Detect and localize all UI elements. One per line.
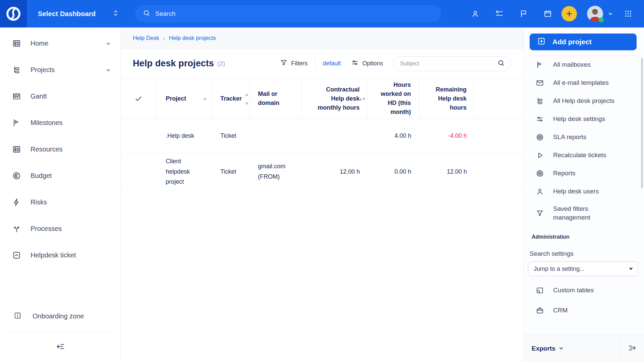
help-desk-side-panel: Add project All mailboxesAll e-mail temp… — [523, 27, 644, 362]
add-project-button[interactable]: Add project — [530, 34, 637, 50]
panel-item-all-help-desk-projects[interactable]: All Help desk projects — [524, 92, 644, 110]
panel-item-saved-filters-management[interactable]: Saved filters management — [524, 200, 644, 226]
apps-grid-icon — [624, 9, 633, 18]
checklist-icon — [495, 9, 504, 18]
options-button[interactable]: Options — [351, 59, 383, 68]
panel-item-reports[interactable]: Reports — [524, 164, 644, 182]
column-header-worked[interactable]: Hours worked on HD (this month) — [368, 78, 419, 119]
panel-item-all-e-mail-templates[interactable]: All e-mail templates — [524, 74, 644, 92]
subject-search-input[interactable] — [400, 60, 497, 67]
breadcrumb-link-help-desk-projects[interactable]: Help desk projects — [169, 35, 216, 42]
breadcrumb-separator: › — [163, 35, 165, 41]
panel-scrollbar[interactable] — [641, 58, 643, 188]
cell-project[interactable]: .Help desk — [156, 119, 212, 153]
panel-item-recalculate-tickets[interactable]: Recalculate tickets — [524, 146, 644, 164]
sidebar-item-processes[interactable]: Processes — [0, 216, 120, 242]
chevron-down-icon — [558, 345, 564, 351]
panel-item-sla-reports[interactable]: SLA reports — [524, 128, 644, 146]
cell-select[interactable] — [121, 153, 156, 190]
sidebar-item-home[interactable]: Home — [0, 30, 120, 57]
gantt-icon — [12, 92, 21, 101]
app-logo[interactable] — [0, 0, 27, 27]
budget-icon — [12, 171, 21, 180]
panel-item-help-desk-settings[interactable]: Help desk settings — [524, 110, 644, 128]
column-header-tracker[interactable]: Tracker — [212, 78, 250, 119]
panel-item-custom-tables[interactable]: Custom tables — [524, 280, 644, 300]
custom-tables-icon — [536, 286, 544, 295]
search-icon — [143, 9, 151, 18]
column-header-select[interactable] — [121, 78, 156, 119]
sidebar-item-gantt[interactable]: Gantt — [0, 83, 120, 110]
table-header-row: ProjectTrackerMail or domainContractual … — [121, 78, 523, 119]
projects-table: ProjectTrackerMail or domainContractual … — [121, 78, 523, 190]
options-label: Options — [362, 60, 383, 67]
target-icon — [536, 169, 544, 178]
projects-icon — [536, 97, 544, 105]
calendar-icon — [543, 9, 552, 18]
panel-item-crm[interactable]: CRM — [524, 300, 644, 320]
sidebar-item-label: Processes — [31, 225, 62, 233]
subject-search-field[interactable] — [393, 56, 511, 71]
search-settings-label: Search settings — [524, 240, 644, 257]
checklist-icon[interactable] — [495, 9, 504, 18]
column-header-contractual[interactable]: Contractual Help desk monthly hours — [302, 78, 368, 119]
breadcrumb-link-help-desk[interactable]: Help Desk — [133, 35, 159, 42]
panel-collapse-button[interactable] — [620, 335, 644, 362]
panel-item-label: All mailboxes — [553, 60, 591, 69]
filters-button[interactable]: Filters — [280, 59, 308, 68]
table-row[interactable]: Client helpdesk projectTicketgmail.com (… — [121, 153, 523, 190]
logo-icon — [5, 5, 22, 22]
avatar-chevron-down-icon[interactable] — [607, 10, 614, 17]
briefcase-icon — [536, 306, 544, 315]
jump-to-setting-dropdown[interactable]: Jump to a setting... — [528, 261, 638, 276]
cell-project[interactable]: Client helpdesk project — [156, 153, 212, 190]
profile-icon[interactable] — [471, 9, 480, 18]
cell-value: 0.00 h — [394, 167, 411, 177]
sliders-icon — [351, 59, 359, 67]
column-label: Hours worked on HD (this month) — [375, 80, 411, 117]
panel-item-label: All e-mail templates — [553, 78, 609, 87]
sidebar-item-budget[interactable]: Budget — [0, 163, 120, 189]
funnel-icon — [536, 209, 544, 218]
sidebar-item-resources[interactable]: Resources — [0, 136, 120, 163]
sidebar-item-projects[interactable]: Projects — [0, 57, 120, 83]
user-avatar[interactable] — [587, 6, 603, 22]
apps-grid-icon[interactable] — [624, 9, 633, 18]
sidebar-item-milestones[interactable]: Milestones — [0, 110, 120, 136]
global-search-input[interactable] — [155, 10, 434, 17]
panel-item-help-desk-users[interactable]: Help desk users — [524, 182, 644, 200]
cell-contractual: 12.00 h — [302, 153, 368, 190]
table-row[interactable]: .Help deskTicket4.00 h-4.00 h — [121, 119, 523, 153]
exports-button[interactable]: Exports — [524, 335, 620, 362]
calendar-icon[interactable] — [543, 9, 552, 18]
search-icon — [497, 59, 505, 68]
cell-value: -4.00 h — [448, 131, 467, 141]
sidebar-item-label: Budget — [31, 172, 52, 180]
chevron-down-icon — [105, 67, 112, 73]
column-header-remaining[interactable]: Remaining Help desk hours — [419, 78, 474, 119]
column-header-project[interactable]: Project — [156, 78, 212, 119]
global-search[interactable] — [135, 5, 441, 22]
options-sliders-icon — [351, 59, 359, 68]
flag-icon[interactable] — [519, 9, 528, 18]
cell-remaining: -4.00 h — [419, 119, 474, 153]
panel-item-all-mailboxes[interactable]: All mailboxes — [524, 56, 644, 74]
cell-select[interactable] — [121, 119, 156, 153]
milestone-icon — [12, 118, 21, 127]
target-icon — [536, 133, 544, 141]
dashboard-selector[interactable]: Select Dashboard — [38, 9, 120, 18]
active-filter-link[interactable]: default — [323, 60, 341, 67]
chevron-down-icon — [558, 344, 564, 353]
cell-mail — [250, 119, 302, 153]
column-header-mail[interactable]: Mail or domain — [250, 78, 302, 119]
sidebar-item-risks[interactable]: Risks — [0, 189, 120, 216]
sidebar-item-helpdesk-ticket[interactable]: Helpdesk ticket — [0, 242, 120, 268]
online-status-dot — [599, 17, 604, 22]
administration-heading: Administration — [524, 226, 644, 240]
quick-add-button[interactable] — [561, 6, 577, 21]
envelope-icon — [536, 79, 544, 87]
sidebar-item-onboarding-zone[interactable]: Onboarding zone — [0, 306, 120, 326]
sidebar-collapse-button[interactable] — [0, 333, 120, 362]
cell-value: 12.00 h — [340, 167, 360, 177]
cell-value: Ticket — [220, 131, 236, 141]
